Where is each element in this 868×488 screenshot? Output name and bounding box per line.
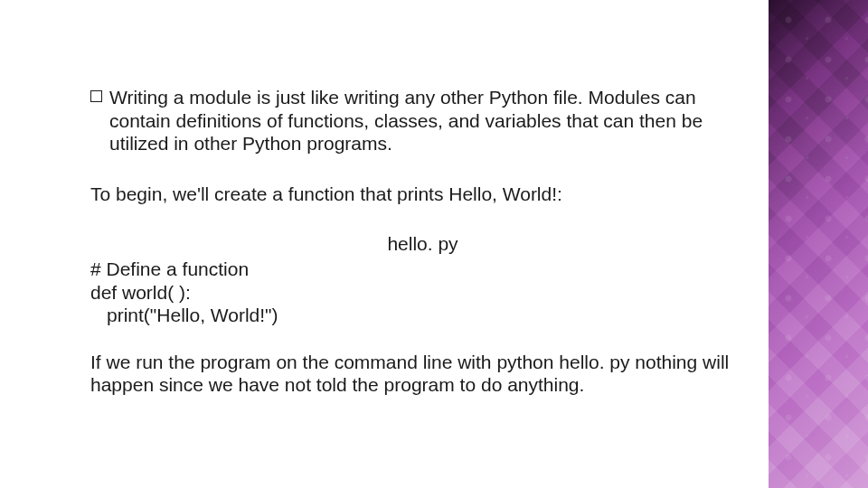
intro-paragraph: To begin, we'll create a function that p… [90, 183, 755, 206]
code-line-comment: # Define a function [90, 258, 755, 281]
bullet-item: Writing a module is just like writing an… [90, 86, 755, 155]
slide: Writing a module is just like writing an… [0, 0, 868, 488]
code-block: # Define a function def world( ): print(… [90, 258, 755, 327]
code-line-def: def world( ): [90, 281, 755, 305]
code-filename: hello. py [90, 232, 755, 256]
code-line-print: print("Hello, World!") [90, 304, 755, 327]
square-bullet-icon [90, 90, 102, 102]
outro-paragraph: If we run the program on the command lin… [90, 351, 755, 397]
slide-content: Writing a module is just like writing an… [90, 86, 755, 397]
decorative-sidebar [769, 0, 868, 488]
bullet-text: Writing a module is just like writing an… [109, 86, 755, 155]
